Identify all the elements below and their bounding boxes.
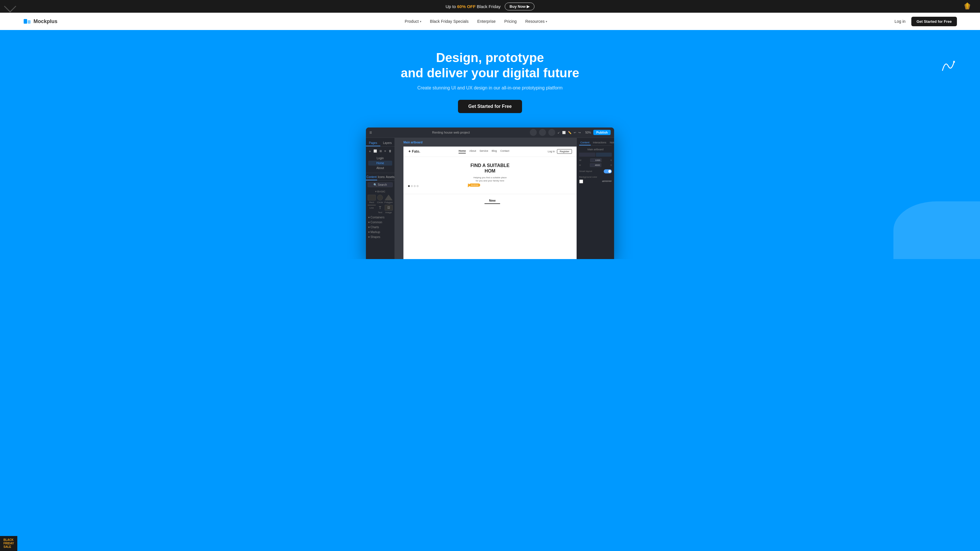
sidebar-nav-login[interactable]: Login [368, 156, 392, 161]
panel-width-label: W [579, 159, 581, 162]
fake-nav-service: Service [480, 149, 488, 154]
banner-deco-left [4, 0, 16, 13]
nav-item-pricing[interactable]: Pricing [504, 19, 517, 24]
fake-site-logo: ✦ Fato. [408, 149, 420, 154]
panel-artboard-option-1[interactable] [579, 152, 595, 157]
comp-cat-common[interactable]: ▾ Common [366, 220, 395, 225]
sidebar-tab-layers[interactable]: Layers [380, 140, 395, 146]
comp-item-line[interactable]: Line [368, 205, 376, 214]
panel-height-value[interactable]: 4600 [590, 163, 601, 167]
comp-polygon-label: Polygon [384, 201, 393, 204]
panel-color-swatch[interactable] [579, 179, 583, 183]
panel-artboard-option-2[interactable] [596, 152, 612, 157]
banner-text: Up to 60% OFF Black Friday [445, 4, 501, 9]
nav-item-product[interactable]: Product ▾ [405, 19, 421, 24]
panel-bg-color-label: Background color [579, 176, 597, 178]
publish-button[interactable]: Publish [593, 130, 611, 135]
fake-site: ✦ Fato. Home About Service Blog Contact … [403, 146, 577, 259]
sidebar-tab-content[interactable]: Content [366, 174, 377, 180]
dot-1 [408, 185, 410, 187]
fake-new-label: New [485, 197, 500, 204]
canvas-artboard-label: Main artboard [403, 141, 423, 144]
toolbar-avatar-1 [530, 129, 537, 136]
mockup-canvas: Main artboard ✦ Fato. Home About Service… [395, 138, 577, 259]
sidebar-search-input[interactable]: 🔍 Search [368, 182, 393, 187]
sidebar-grid-icon[interactable]: ⊞ [379, 149, 382, 154]
bottom-wave-decoration [893, 202, 980, 259]
comp-image-label: Image [385, 211, 391, 214]
mockplus-logo-icon [23, 17, 31, 25]
nav-link-resources[interactable]: Resources ▾ [525, 19, 547, 24]
sidebar-nav-about[interactable]: About [368, 165, 392, 170]
comp-text-shape: T [379, 205, 382, 211]
comp-cat-markup[interactable]: ▾ Markup [366, 230, 395, 235]
nav-cta-button[interactable]: Get Started for Free [911, 17, 957, 26]
toolbar-icon-redo: ↪ [578, 131, 581, 134]
fake-hero-desc: Helping you find a suitable placefor you… [408, 176, 572, 182]
nav-link-blackfriday[interactable]: Black Friday Specials [430, 19, 469, 24]
comp-grid-basic: Rect Circle Polygon [366, 194, 395, 215]
comp-rectangle-label: Rect [369, 201, 374, 204]
mockup-toolbar-icons: ↙ ⬜ ✏️ ↩ ↪ 50% Publish [530, 129, 611, 136]
canvas-inner: ✦ Fato. Home About Service Blog Contact … [403, 146, 577, 259]
sidebar-add-icon[interactable]: + [369, 149, 371, 154]
sidebar-nav-home[interactable]: Home [368, 161, 392, 165]
toolbar-avatar-3 [548, 129, 555, 136]
sidebar-search-icon[interactable]: ⬜ [374, 149, 377, 154]
nav-logo: Mockplus [23, 17, 57, 25]
comp-item-polygon[interactable]: Polygon [384, 195, 393, 204]
buy-now-button[interactable]: Buy Now ▶ [505, 3, 535, 10]
nav-link-enterprise[interactable]: Enterprise [477, 19, 496, 24]
panel-tab-interactions[interactable]: Interactions [592, 140, 608, 145]
comp-cat-containers[interactable]: ▾ Containers [366, 215, 395, 220]
sidebar-list-icon[interactable]: ≡ [384, 149, 386, 154]
sidebar-tab-pages[interactable]: Pages [366, 140, 380, 146]
fake-nav-blog: Blog [492, 149, 497, 154]
toolbar-icon-pen: ✏️ [568, 131, 571, 134]
toolbar-icon-frame: ⬜ [562, 131, 566, 134]
comp-item-rectangle[interactable]: Rect [368, 195, 376, 204]
panel-width-value[interactable]: 1000 [590, 158, 602, 162]
top-banner: Up to 60% OFF Black Friday Buy Now ▶ [0, 0, 980, 13]
nav-label-enterprise: Enterprise [477, 19, 496, 24]
panel-smart-layout-label: Smart layout [579, 170, 592, 173]
nav-item-blackfriday[interactable]: Black Friday Specials [430, 19, 469, 24]
nav-item-enterprise[interactable]: Enterprise [477, 19, 496, 24]
hero-cta-button[interactable]: Get Started for Free [458, 100, 522, 113]
sidebar-trash-icon[interactable]: 🗑 [389, 149, 391, 154]
fake-nav-about: About [469, 149, 476, 154]
nav-label-product: Product [405, 19, 419, 24]
panel-color-hex: #FFFFFF [602, 180, 612, 183]
fake-hero-title1: FIND A SUITABLE [470, 163, 509, 168]
comp-cat-charts[interactable]: ▾ Charts [366, 225, 395, 230]
sidebar-tab-icons[interactable]: Icons [377, 174, 385, 180]
comp-item-text[interactable]: T Text [377, 205, 383, 214]
hero-section: Design, prototype and deliver your digit… [0, 30, 980, 259]
login-link[interactable]: Log in [894, 19, 905, 24]
sidebar-basic-label: ▾ Basic [366, 188, 395, 194]
nav-label-pricing: Pricing [504, 19, 517, 24]
comp-item-circle[interactable]: Circle [377, 195, 383, 204]
logo-text: Mockplus [33, 19, 57, 24]
svg-rect-3 [28, 20, 30, 24]
nav-link-pricing[interactable]: Pricing [504, 19, 517, 24]
panel-smart-layout-toggle[interactable] [604, 169, 612, 173]
panel-tab-content[interactable]: Content [579, 140, 591, 145]
sidebar-tab-assets[interactable]: Assets [385, 174, 395, 180]
fake-hero-title: FIND A SUITABLE HOM [408, 163, 572, 174]
banner-text-after: Black Friday [477, 4, 501, 9]
nav-item-resources[interactable]: Resources ▾ [525, 19, 547, 24]
comp-polygon-shape [385, 195, 393, 200]
nav-link-product[interactable]: Product ▾ [405, 19, 421, 24]
chevron-down-icon-resources: ▾ [546, 20, 547, 23]
comp-item-image[interactable]: 🖼 Image [384, 205, 393, 214]
svg-rect-2 [24, 19, 27, 24]
banner-highlight: 60% OFF [457, 4, 476, 9]
dot-4 [417, 185, 418, 187]
panel-bg-color-value-row: #FFFFFF [579, 179, 612, 183]
sidebar-nav-items: Login Home About [366, 155, 395, 171]
mockup-sidebar: Pages Layers + ⬜ ⊞ ≡ 🗑 Login Home About [366, 138, 395, 259]
comp-cat-shapes[interactable]: ▾ Shapes [366, 235, 395, 240]
panel-tab-notes[interactable]: Notes [609, 140, 614, 145]
panel-smart-layout-row: Smart layout [579, 169, 612, 173]
